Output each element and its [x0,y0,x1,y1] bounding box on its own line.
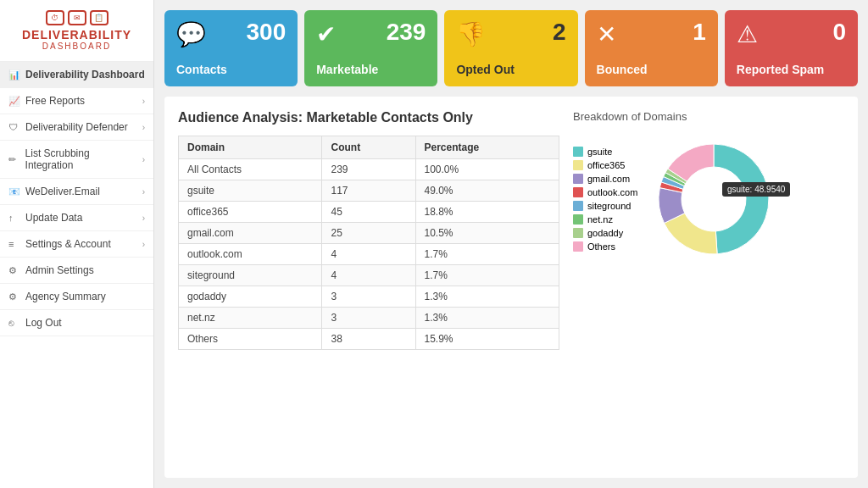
legend-item-5: net.nz [573,214,637,225]
legend-item-2: gmail.com [573,174,637,184]
sidebar: ⏱ ✉ 📋 DELIVERABILITY DASHBOARD 📊 Deliver… [0,0,154,488]
table-cell: 117 [322,180,415,202]
donut-chart: gsuite: 48.9540 [646,131,782,267]
sidebar-item-3[interactable]: ✏ List Scrubbing Integration › [0,141,153,179]
sidebar-nav: 📊 Deliverability Dashboard 📈 Free Report… [0,62,153,488]
sidebar-item-7[interactable]: ⚙ Admin Settings [0,258,153,284]
legend-item-6: godaddy [573,228,637,238]
table-cell: All Contacts [179,159,322,180]
sidebar-label-9: Log Out [25,317,62,329]
sidebar-label-0: Deliverability Dashboard [25,69,145,80]
table-row: gsuite11749.0% [179,180,559,202]
table-cell: gmail.com [179,223,322,244]
sidebar-item-4[interactable]: 📧 WeDeliver.Email › [0,179,153,205]
legend-dot-4 [573,201,583,211]
sidebar-item-9[interactable]: ⎋ Log Out [0,310,153,336]
sidebar-item-8[interactable]: ⚙ Agency Summary [0,284,153,310]
card-label-0: Contacts [176,63,286,76]
legend-dot-0 [573,147,583,157]
sidebar-label-6: Settings & Account [25,238,111,250]
donut-center [683,169,744,230]
card-number-2: 2 [553,20,566,44]
logo-icon-3: 📋 [90,10,108,25]
legend-label-0: gsuite [587,147,612,157]
legend-label-2: gmail.com [587,174,630,184]
table-row: net.nz31.3% [179,308,559,329]
table-cell: 45 [322,202,415,223]
card-icon-4: ⚠ [737,20,758,48]
sidebar-item-2[interactable]: 🛡 Deliverability Defender › [0,114,153,141]
stat-card-marketable[interactable]: ✔ 239 Marketable [304,10,437,86]
table-cell: 38 [322,329,415,350]
sidebar-item-5[interactable]: ↑ Update Data › [0,205,153,231]
card-number-1: 239 [387,20,426,44]
col-header-domain: Domain [179,136,322,159]
table-cell: net.nz [179,308,322,329]
sidebar-icon-7: ⚙ [8,265,20,276]
chevron-icon-3: › [142,155,145,164]
card-icon-2: 👎 [456,20,486,48]
legend-dot-7 [573,241,583,252]
table-cell: office365 [179,202,322,223]
table-cell: Others [179,329,322,350]
stat-card-bounced[interactable]: ✕ 1 Bounced [585,10,718,86]
table-cell: 100.0% [415,159,559,180]
sidebar-label-7: Admin Settings [25,264,94,276]
table-cell: godaddy [179,286,322,308]
chart-area: gsuite office365 gmail.com outlook.com s… [573,131,844,267]
sidebar-icon-9: ⎋ [8,318,20,328]
legend-item-1: office365 [573,160,637,170]
table-cell: 25 [322,223,415,244]
table-row: godaddy31.3% [179,286,559,308]
sidebar-icon-5: ↑ [8,213,20,223]
table-cell: siteground [179,265,322,286]
card-label-1: Marketable [316,63,426,76]
legend-label-4: siteground [587,201,631,211]
legend-dot-5 [573,214,583,225]
card-number-3: 1 [693,20,706,44]
sidebar-label-2: Deliverability Defender [25,121,128,133]
table-cell: 4 [322,244,415,265]
sidebar-item-6[interactable]: ≡ Settings & Account › [0,231,153,258]
legend-label-7: Others [587,241,615,252]
sidebar-icon-1: 📈 [8,96,20,107]
table-cell: 239 [322,159,415,180]
chevron-icon-2: › [142,123,145,132]
legend-dot-2 [573,174,583,184]
brand-name: DELIVERABILITY [8,29,145,42]
main-content: 💬 300 Contacts ✔ 239 Marketable 👎 2 Opte… [154,0,868,488]
sidebar-label-5: Update Data [25,212,82,224]
donut-tooltip: gsuite: 48.9540 [722,182,790,197]
sidebar-icon-8: ⚙ [8,291,20,302]
sidebar-icon-6: ≡ [8,239,20,249]
stat-card-opted-out[interactable]: 👎 2 Opted Out [444,10,577,86]
card-label-3: Bounced [597,63,706,76]
sidebar-icon-4: 📧 [8,186,20,197]
legend-dot-6 [573,228,583,238]
table-cell: 18.8% [415,202,559,223]
table-cell: outlook.com [179,244,322,265]
chart-section: Breakdown of Domains gsuite office365 gm… [573,110,844,464]
chart-title: Breakdown of Domains [573,110,844,123]
card-icon-0: 💬 [176,20,206,48]
sidebar-label-3: List Scrubbing Integration [25,147,137,171]
stat-card-reported-spam[interactable]: ⚠ 0 Reported Spam [725,10,858,86]
sidebar-icon-2: 🛡 [8,122,20,132]
domain-table: DomainCountPercentageAll Contacts239100.… [178,136,559,350]
sidebar-icon-3: ✏ [8,154,20,165]
sidebar-icon-0: 📊 [8,69,20,80]
stat-card-contacts[interactable]: 💬 300 Contacts [164,10,298,86]
table-row: office3654518.8% [179,202,559,223]
legend-item-0: gsuite [573,147,637,157]
legend-dot-1 [573,160,583,170]
card-label-4: Reported Spam [737,63,846,76]
table-cell: 3 [322,286,415,308]
legend-item-4: siteground [573,201,637,211]
sidebar-item-1[interactable]: 📈 Free Reports › [0,88,153,114]
content-area: Audience Analysis: Marketable Contacts O… [164,97,858,478]
sidebar-item-0[interactable]: 📊 Deliverability Dashboard [0,62,153,88]
table-cell: 15.9% [415,329,559,350]
logo-icon-1: ⏱ [46,10,64,25]
table-row: gmail.com2510.5% [179,223,559,244]
sidebar-label-8: Agency Summary [25,291,106,302]
